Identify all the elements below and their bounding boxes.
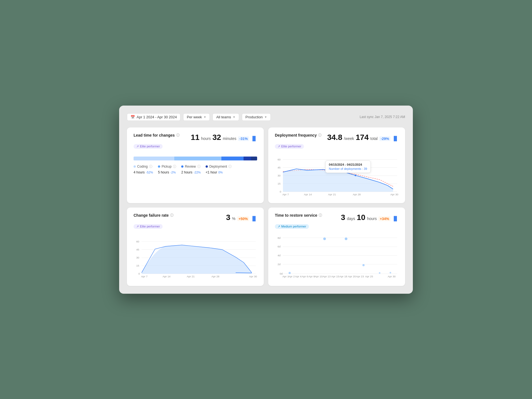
performer-icon: ↗ — [278, 145, 280, 148]
restore-time-title: Time to restore service ⓘ — [275, 213, 322, 218]
change-failure-chart: 0 15 30 45 60 Apr 7 Apr 14 — [134, 232, 257, 280]
all-teams-button[interactable]: All teams ▼ — [213, 113, 239, 121]
deployment-freq-metrics: 34.8 /week 174 total -29% ▐▌ — [327, 133, 398, 142]
lead-legend: Coding ⓘ 4 hours -52% Pickup ⓘ — [134, 164, 257, 175]
review-bar — [221, 157, 244, 160]
svg-text:2d: 2d — [278, 262, 281, 265]
per-week-label: Per week — [187, 115, 202, 119]
date-range-button[interactable]: 📅 Apr 1 2024 - Apr 30 2024 — [127, 113, 180, 121]
svg-text:Apr 25: Apr 25 — [365, 275, 373, 278]
svg-text:8d: 8d — [278, 236, 281, 239]
change-failure-header: Change failure rate ⓘ 3 % +50% ▐▌ — [134, 213, 257, 222]
svg-text:Apr 20: Apr 20 — [348, 275, 356, 278]
info-icon: ⓘ — [170, 213, 173, 218]
bar-chart-icon: ▐▌ — [251, 216, 257, 221]
svg-text:60: 60 — [136, 240, 139, 243]
info-icon: ⓘ — [318, 133, 321, 138]
chevron-down-icon: ▼ — [203, 116, 206, 119]
restore-hours-value: 10 — [357, 213, 365, 222]
lead-time-hours-value: 11 — [191, 133, 200, 142]
lead-time-metrics: 11 hours 32 minutes -31% ▐▌ — [191, 133, 257, 142]
all-teams-label: All teams — [216, 115, 231, 119]
deployment-total-value: 174 — [356, 133, 369, 142]
info-icon: ⓘ — [319, 213, 322, 218]
svg-text:30: 30 — [278, 174, 281, 177]
elite-performer-badge: ↗ Elite performer — [134, 224, 163, 229]
bar-chart-icon: ▐▌ — [251, 136, 257, 141]
deployment-dot — [206, 165, 208, 168]
bar-chart-icon: ▐▌ — [392, 216, 398, 221]
svg-text:Apr 14: Apr 14 — [304, 193, 312, 196]
deployment-per-week-unit: /week — [344, 136, 354, 141]
svg-text:Apr 15: Apr 15 — [331, 275, 339, 278]
pickup-dot — [158, 165, 160, 168]
restore-hours-unit: hours — [367, 216, 377, 221]
deployment-freq-chart: 0 15 30 45 60 — [275, 152, 398, 198]
svg-text:Apr 30: Apr 30 — [388, 275, 396, 278]
svg-text:Apr 30: Apr 30 — [390, 193, 398, 196]
chevron-down-icon: ▼ — [233, 116, 236, 119]
lead-time-hours-unit: hours — [201, 136, 211, 141]
restore-days-value: 3 — [341, 213, 345, 222]
info-icon: ⓘ — [176, 133, 180, 138]
svg-text:Apr 21: Apr 21 — [187, 275, 195, 278]
svg-text:Apr 2: Apr 2 — [288, 275, 295, 278]
lead-time-change: -31% — [238, 136, 249, 141]
production-button[interactable]: Production ▼ — [242, 113, 271, 121]
svg-point-45 — [362, 264, 365, 266]
svg-text:0: 0 — [280, 190, 281, 193]
svg-text:Apr 14: Apr 14 — [163, 275, 171, 278]
svg-text:30: 30 — [136, 256, 139, 259]
deployment-per-week-value: 34.8 — [327, 133, 342, 142]
svg-text:Apr 28: Apr 28 — [353, 193, 361, 196]
restore-time-card: Time to restore service ⓘ 3 days 10 hour… — [268, 208, 405, 286]
per-week-button[interactable]: Per week ▼ — [183, 113, 210, 121]
change-failure-value: 3 — [226, 213, 231, 222]
change-failure-card: Change failure rate ⓘ 3 % +50% ▐▌ ↗ Elit… — [127, 208, 264, 286]
svg-text:Apr 23: Apr 23 — [356, 275, 364, 278]
svg-text:Apr 8: Apr 8 — [308, 275, 315, 278]
svg-point-46 — [379, 272, 380, 274]
svg-text:15: 15 — [136, 264, 139, 267]
performer-icon: ↗ — [136, 145, 139, 148]
deployment-total-unit: total — [370, 136, 378, 141]
restore-time-svg: 0d 2d 4d 6d 8d — [275, 232, 398, 279]
lead-time-card: Lead time for changes ⓘ 11 hours 32 minu… — [127, 127, 264, 203]
lead-time-minutes-value: 32 — [213, 133, 221, 142]
production-label: Production — [245, 115, 263, 119]
toolbar: 📅 Apr 1 2024 - Apr 30 2024 Per week ▼ Al… — [127, 113, 405, 121]
pickup-legend: Pickup ⓘ 5 hours -2% — [158, 164, 176, 175]
bar-chart-icon: ▐▌ — [392, 136, 398, 141]
info-icon: ⓘ — [173, 164, 176, 169]
deploy-bar — [244, 157, 251, 160]
svg-text:15: 15 — [278, 182, 281, 185]
coding-legend: Coding ⓘ 4 hours -52% — [134, 164, 153, 175]
svg-point-44 — [345, 237, 347, 240]
pickup-bar — [174, 157, 221, 160]
svg-text:4d: 4d — [278, 254, 281, 257]
info-icon: ⓘ — [228, 164, 232, 169]
coding-bar — [134, 157, 174, 160]
svg-text:0: 0 — [138, 272, 140, 275]
info-icon: ⓘ — [197, 164, 201, 169]
metrics-grid: Lead time for changes ⓘ 11 hours 32 minu… — [127, 127, 405, 286]
info-icon: ⓘ — [149, 164, 152, 169]
change-failure-title: Change failure rate ⓘ — [134, 213, 173, 218]
svg-line-26 — [236, 273, 252, 273]
chevron-down-icon: ▼ — [264, 116, 267, 119]
change-failure-unit: % — [232, 216, 235, 221]
performer-icon: ↗ — [278, 225, 280, 228]
svg-text:60: 60 — [278, 158, 281, 161]
svg-text:Apr 7: Apr 7 — [282, 193, 289, 196]
svg-text:Apr 10: Apr 10 — [314, 275, 323, 278]
svg-text:Apr 4: Apr 4 — [295, 275, 302, 278]
svg-text:45: 45 — [136, 248, 139, 251]
change-failure-change: +50% — [237, 216, 249, 221]
deploy-bar-dark — [251, 157, 257, 160]
review-dot — [181, 165, 183, 168]
elite-performer-badge: ↗ Elite performer — [275, 144, 304, 149]
deployment-freq-title: Deployment frequency ⓘ — [275, 133, 321, 138]
svg-text:Apr 13: Apr 13 — [323, 275, 331, 278]
last-sync: Last sync Jan 7, 2025 7:22 AM — [360, 115, 405, 119]
review-legend: Review ⓘ 2 hours -22% — [181, 164, 201, 175]
